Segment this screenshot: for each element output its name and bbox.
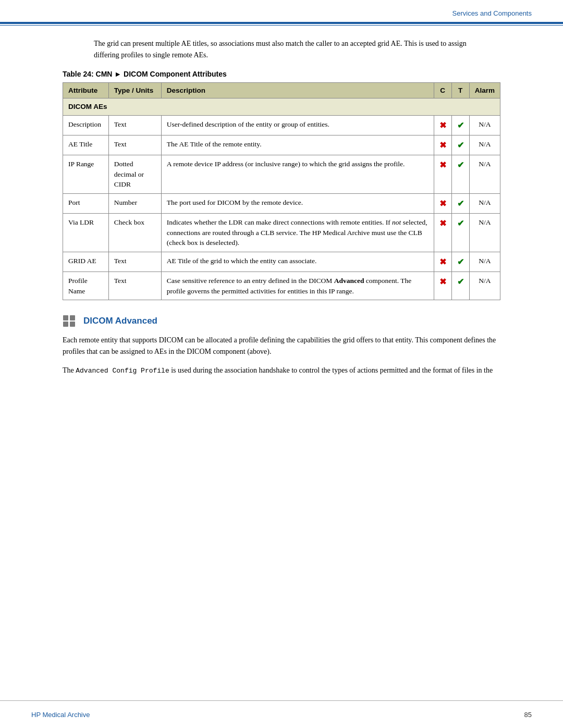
col-header-type: Type / Units [108, 83, 161, 98]
cell-type: Text [108, 115, 161, 135]
dicom-advanced-para1: Each remote entity that supports DICOM c… [63, 335, 500, 357]
x-icon: ✖ [439, 199, 446, 208]
x-icon: ✖ [439, 161, 446, 169]
x-icon: ✖ [439, 141, 446, 150]
check-icon: ✔ [457, 277, 464, 286]
table-row: Via LDR Check box Indicates whether the … [63, 214, 500, 252]
advanced-config-profile-code: Advanced Config Profile [76, 367, 169, 375]
top-rule-thick [0, 22, 563, 24]
page-number: 85 [524, 711, 532, 719]
cell-description: User-defined description of the entity o… [161, 115, 434, 135]
cell-c: ✖ [434, 214, 451, 252]
check-icon: ✔ [457, 161, 464, 169]
col-header-alarm: Alarm [469, 83, 500, 98]
cell-attribute: AE Title [63, 135, 109, 155]
cell-attribute: GRID AE [63, 252, 109, 272]
footer-left: HP Medical Archive [31, 711, 90, 719]
cell-alarm: N/A [469, 135, 500, 155]
bottom-rule [0, 700, 563, 701]
cell-description: AE Title of the grid to which the entity… [161, 252, 434, 272]
x-icon: ✖ [439, 219, 446, 228]
cell-description: The port used for DICOM by the remote de… [161, 194, 434, 214]
page: Services and Components The grid can pre… [0, 0, 563, 728]
col-header-description: Description [161, 83, 434, 98]
check-icon: ✔ [457, 219, 464, 228]
table-header-row: Attribute Type / Units Description C T A… [63, 83, 500, 98]
cell-type: Text [108, 272, 161, 300]
check-icon: ✔ [457, 121, 464, 130]
cell-c: ✖ [434, 155, 451, 194]
top-nav: Services and Components [0, 0, 563, 22]
table-row: AE Title Text The AE Title of the remote… [63, 135, 500, 155]
cell-attribute: Via LDR [63, 214, 109, 252]
check-icon: ✔ [457, 199, 464, 208]
cell-c: ✖ [434, 252, 451, 272]
check-icon: ✔ [457, 141, 464, 150]
col-header-c: C [434, 83, 451, 98]
cell-alarm: N/A [469, 115, 500, 135]
svg-rect-1 [70, 315, 75, 320]
cell-attribute: IP Range [63, 155, 109, 194]
x-icon: ✖ [439, 277, 446, 286]
cell-description: A remote device IP address (or inclusive… [161, 155, 434, 194]
cell-description: Case sensitive reference to an entry def… [161, 272, 434, 300]
grid-icon [63, 315, 77, 327]
col-header-attribute: Attribute [63, 83, 109, 98]
cell-alarm: N/A [469, 194, 500, 214]
cell-alarm: N/A [469, 155, 500, 194]
cell-t: ✔ [451, 194, 469, 214]
cell-attribute: Description [63, 115, 109, 135]
cell-attribute: Port [63, 194, 109, 214]
cell-t: ✔ [451, 135, 469, 155]
cell-alarm: N/A [469, 252, 500, 272]
svg-rect-2 [63, 322, 68, 327]
cell-c: ✖ [434, 115, 451, 135]
cell-t: ✔ [451, 272, 469, 300]
cell-c: ✖ [434, 194, 451, 214]
cell-alarm: N/A [469, 214, 500, 252]
table-row: Profile Name Text Case sensitive referen… [63, 272, 500, 300]
footer: HP Medical Archive 85 [0, 711, 563, 719]
cell-t: ✔ [451, 252, 469, 272]
cell-t: ✔ [451, 155, 469, 194]
cell-type: Text [108, 135, 161, 155]
table-row: GRID AE Text AE Title of the grid to whi… [63, 252, 500, 272]
col-header-t: T [451, 83, 469, 98]
table-row: IP Range Dotted decimal or CIDR A remote… [63, 155, 500, 194]
dicom-advanced-title: DICOM Advanced [83, 316, 157, 326]
attributes-table: Attribute Type / Units Description C T A… [63, 82, 500, 300]
cell-description: The AE Title of the remote entity. [161, 135, 434, 155]
table-title: Table 24: CMN ► DICOM Component Attribut… [63, 70, 500, 78]
cell-type: Check box [108, 214, 161, 252]
cell-type: Dotted decimal or CIDR [108, 155, 161, 194]
svg-rect-3 [70, 322, 75, 327]
cell-t: ✔ [451, 115, 469, 135]
services-components-link[interactable]: Services and Components [452, 9, 532, 17]
section-header-label: DICOM AEs [63, 98, 500, 116]
cell-c: ✖ [434, 272, 451, 300]
x-icon: ✖ [439, 257, 446, 266]
x-icon: ✖ [439, 121, 446, 130]
main-content: The grid can present multiple AE titles,… [0, 26, 563, 404]
intro-paragraph: The grid can present multiple AE titles,… [94, 38, 490, 60]
cell-c: ✖ [434, 135, 451, 155]
section-header-dicom-aes: DICOM AEs [63, 98, 500, 116]
cell-description: Indicates whether the LDR can make direc… [161, 214, 434, 252]
cell-alarm: N/A [469, 272, 500, 300]
cell-type: Number [108, 194, 161, 214]
table-row: Description Text User-defined descriptio… [63, 115, 500, 135]
cell-attribute: Profile Name [63, 272, 109, 300]
dicom-advanced-section-heading: DICOM Advanced [63, 315, 500, 327]
check-icon: ✔ [457, 257, 464, 266]
cell-t: ✔ [451, 214, 469, 252]
cell-type: Text [108, 252, 161, 272]
table-row: Port Number The port used for DICOM by t… [63, 194, 500, 214]
svg-rect-0 [63, 315, 68, 320]
dicom-advanced-para2: The Advanced Config Profile is used duri… [63, 365, 500, 376]
